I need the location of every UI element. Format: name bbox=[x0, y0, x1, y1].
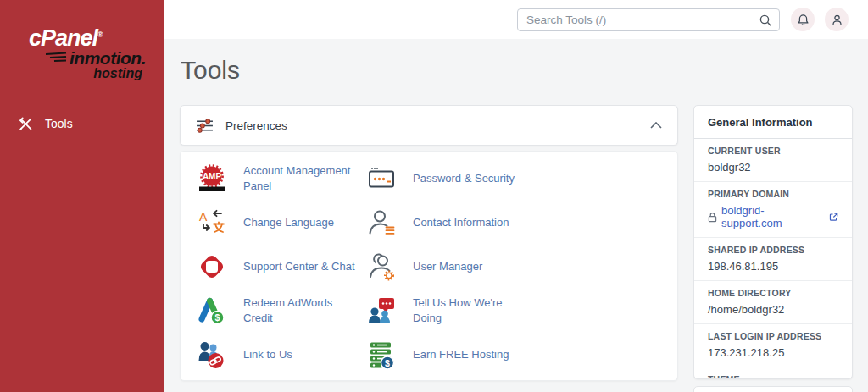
tool-account-management-panel[interactable]: AMP Account Management Panel bbox=[198, 157, 367, 201]
tool-support-center-chat[interactable]: Support Center & Chat bbox=[198, 245, 367, 289]
cpanel-inmotion-logo: cPanel® inmotion. hosting bbox=[24, 25, 146, 81]
sliders-icon bbox=[196, 117, 214, 135]
svg-text:AMP: AMP bbox=[203, 172, 222, 181]
info-row-home-directory: HOME DIRECTORY /home/boldgr32 bbox=[694, 281, 852, 324]
tool-label: Change Language bbox=[243, 215, 334, 230]
preferences-section-header[interactable]: Preferences bbox=[180, 105, 678, 146]
notifications-button[interactable] bbox=[791, 8, 815, 31]
change-language-icon: A bbox=[198, 208, 226, 237]
tool-label: Earn FREE Hosting bbox=[413, 347, 509, 362]
bell-icon bbox=[797, 14, 810, 26]
tool-password-security[interactable]: Password & Security bbox=[367, 157, 677, 201]
general-information-title: General Information bbox=[694, 106, 852, 139]
tool-label: User Manager bbox=[413, 259, 482, 274]
sidebar-item-tools[interactable]: Tools bbox=[0, 111, 164, 136]
svg-text:A: A bbox=[199, 210, 208, 224]
info-value: 173.231.218.25 bbox=[708, 346, 838, 359]
preferences-tools-grid: AMP Account Management Panel Password & … bbox=[180, 151, 678, 381]
sidebar-item-label: Tools bbox=[45, 117, 73, 130]
support-center-icon bbox=[198, 252, 226, 281]
page-title: Tools bbox=[181, 56, 240, 85]
adwords-icon: $ bbox=[198, 296, 226, 325]
next-panel-edge bbox=[693, 386, 853, 392]
search-icon[interactable] bbox=[759, 14, 772, 27]
tool-label: Password & Security bbox=[413, 171, 515, 186]
info-label: CURRENT USER bbox=[708, 146, 838, 156]
sidebar: cPanel® inmotion. hosting Tools bbox=[0, 0, 164, 392]
preferences-section-title: Preferences bbox=[225, 119, 287, 132]
info-row-primary-domain: PRIMARY DOMAIN boldgrid-support.com bbox=[694, 182, 852, 238]
info-row-shared-ip: SHARED IP ADDRESS 198.46.81.195 bbox=[694, 238, 852, 281]
inmotion-swoosh-icon bbox=[46, 51, 68, 66]
primary-domain-link[interactable]: boldgrid-support.com bbox=[708, 204, 838, 229]
user-icon bbox=[831, 14, 843, 26]
tools-wrench-icon bbox=[18, 116, 34, 132]
svg-text:$: $ bbox=[385, 358, 390, 368]
info-label: LAST LOGIN IP ADDRESS bbox=[708, 331, 838, 341]
info-label: PRIMARY DOMAIN bbox=[708, 189, 838, 199]
tool-contact-information[interactable]: Contact Information bbox=[367, 201, 677, 245]
info-row-last-login-ip: LAST LOGIN IP ADDRESS 173.231.218.25 bbox=[694, 324, 852, 367]
domain-link-text: boldgrid-support.com bbox=[721, 204, 825, 229]
search-box bbox=[517, 8, 780, 31]
contact-information-icon bbox=[367, 208, 396, 237]
tool-tell-us-how-were-doing[interactable]: Tell Us How We're Doing bbox=[367, 289, 677, 333]
registered-mark: ® bbox=[97, 30, 103, 39]
info-label: THEME bbox=[708, 374, 838, 379]
info-value: boldgr32 bbox=[708, 161, 838, 174]
tool-label: Redeem AdWords Credit bbox=[243, 295, 355, 326]
tool-earn-free-hosting[interactable]: $ Earn FREE Hosting bbox=[367, 333, 677, 377]
tool-label: Link to Us bbox=[243, 347, 292, 362]
earn-hosting-icon: $ bbox=[367, 340, 396, 369]
tool-change-language[interactable]: A Change Language bbox=[198, 201, 367, 245]
tool-user-manager[interactable]: User Manager bbox=[367, 245, 677, 289]
info-label: SHARED IP ADDRESS bbox=[708, 245, 838, 255]
info-value: 198.46.81.195 bbox=[708, 260, 838, 273]
tool-label: Tell Us How We're Doing bbox=[413, 295, 525, 326]
info-row-current-user: CURRENT USER boldgr32 bbox=[694, 139, 852, 182]
external-link-icon bbox=[829, 213, 838, 222]
svg-text:$: $ bbox=[215, 312, 220, 323]
chevron-up-icon[interactable] bbox=[650, 122, 662, 129]
amp-icon: AMP bbox=[198, 164, 226, 193]
tool-link-to-us[interactable]: Link to Us bbox=[198, 333, 367, 377]
info-row-theme: THEME jupiter bbox=[694, 367, 852, 379]
info-value: /home/boldgr32 bbox=[708, 303, 838, 316]
password-icon bbox=[367, 164, 396, 193]
search-input[interactable] bbox=[518, 14, 759, 26]
tool-redeem-adwords-credit[interactable]: $ Redeem AdWords Credit bbox=[198, 289, 367, 333]
info-label: HOME DIRECTORY bbox=[708, 288, 838, 298]
tool-label: Contact Information bbox=[413, 215, 509, 230]
user-manager-icon bbox=[367, 252, 396, 281]
account-button[interactable] bbox=[825, 8, 849, 31]
general-information-panel: General Information CURRENT USER boldgr3… bbox=[693, 105, 853, 379]
topbar bbox=[164, 0, 868, 39]
tool-label: Support Center & Chat bbox=[243, 259, 355, 274]
tool-label: Account Management Panel bbox=[243, 163, 355, 194]
feedback-icon bbox=[367, 296, 396, 325]
lock-icon bbox=[708, 212, 717, 223]
link-to-us-icon bbox=[198, 340, 226, 369]
